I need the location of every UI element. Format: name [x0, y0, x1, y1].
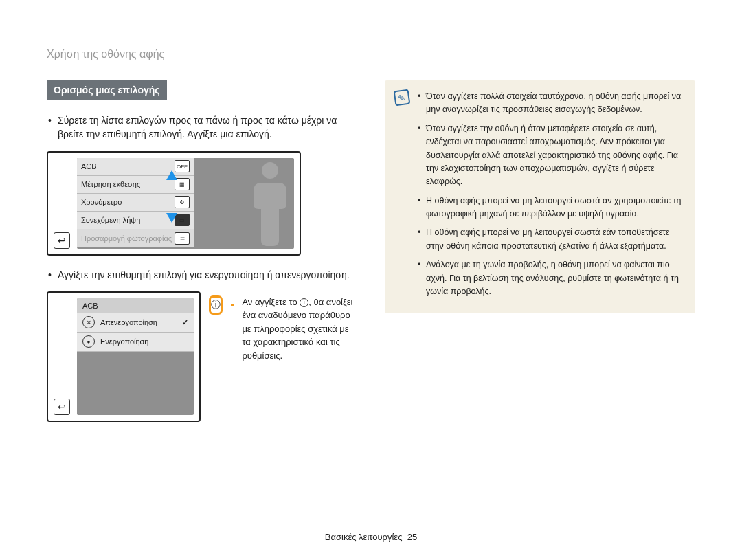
note-item: Ανάλογα με τη γωνία προβολής, η οθόνη μπ… — [418, 258, 684, 298]
page-footer: Βασικές λειτουργίες 25 — [0, 532, 742, 542]
option-on[interactable]: ● Ενεργοποίηση — [77, 333, 194, 352]
back-icon[interactable]: ↩ — [54, 399, 70, 415]
paragraph-scroll: Σύρετε τη λίστα επιλογών προς τα πάνω ή … — [47, 113, 357, 142]
left-column: Ορισμός μιας επιλογής Σύρετε τη λίστα επ… — [47, 80, 357, 434]
option-off[interactable]: ✕ Απενεργοποίηση ✓ — [77, 313, 194, 333]
paragraph-select: Αγγίξτε την επιθυμητή επιλογή για ενεργο… — [47, 268, 357, 282]
camera-preview-2: ↩ ACB ✕ Απενεργοποίηση ✓ ● Ενεργοποίηση — [47, 291, 201, 422]
info-callout-text: Αν αγγίξετε το i, θα ανοίξει ένα αναδυόμ… — [242, 295, 357, 363]
adjust-icon: ☰ — [175, 232, 190, 245]
note-icon: ✎ — [394, 89, 411, 107]
scroll-arrows-icon — [166, 170, 177, 223]
notes-box: ✎ Όταν αγγίζετε πολλά στοιχεία ταυτόχρον… — [385, 80, 695, 313]
info-button[interactable]: ⓘ — [209, 295, 223, 315]
section-heading: Ορισμός μιας επιλογής — [47, 80, 167, 100]
notes-list: Όταν αγγίζετε πολλά στοιχεία ταυτόχρονα,… — [418, 90, 684, 304]
page-title: Χρήση της οθόνης αφής — [47, 48, 695, 65]
right-column: ✎ Όταν αγγίζετε πολλά στοιχεία ταυτόχρον… — [385, 80, 695, 434]
check-icon: ✓ — [182, 318, 188, 327]
acb-on-icon: ● — [82, 335, 95, 348]
person-silhouette-icon — [251, 159, 289, 249]
note-item: Η οθόνη αφής μπορεί να μη λειτουργεί σωσ… — [418, 226, 684, 253]
callout-line — [231, 304, 234, 306]
submenu-head: ACB — [77, 298, 194, 313]
menu-item[interactable]: Προσαρμογή φωτογραφίας☰ — [77, 229, 194, 247]
note-item: Όταν αγγίζετε την οθόνη ή όταν μεταφέρετ… — [418, 122, 684, 189]
note-item: Όταν αγγίζετε πολλά στοιχεία ταυτόχρονα,… — [418, 90, 684, 117]
camera-preview-1: ↩ ACBOFF Μέτρηση έκθεσης▦ Χρονόμετρο⏱ Συ… — [47, 151, 301, 256]
info-inline-icon: i — [300, 298, 308, 307]
note-item: Η οθόνη αφής μπορεί να μη λειτουργεί σωσ… — [418, 194, 684, 221]
back-icon[interactable]: ↩ — [54, 232, 70, 249]
acb-off-icon: ✕ — [82, 316, 95, 328]
